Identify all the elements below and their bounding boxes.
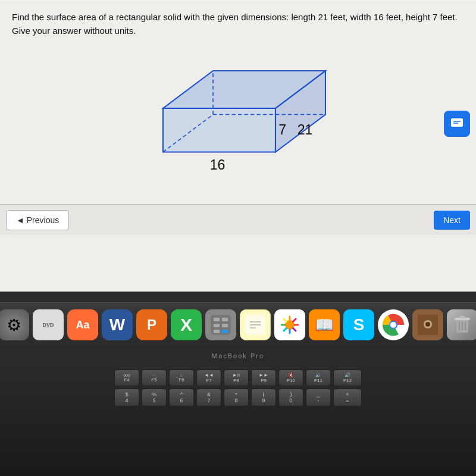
key-4[interactable]: $4: [114, 389, 139, 406]
previous-button[interactable]: ◄ Previous: [6, 210, 69, 230]
question-area: Find the surface area of a rectangular s…: [0, 0, 476, 43]
key-f11[interactable]: 🔉F11: [306, 369, 331, 386]
key-f6[interactable]: ☼F6: [169, 369, 194, 386]
chat-icon: [450, 117, 464, 131]
key-f8[interactable]: ►IIF8: [224, 369, 249, 386]
svg-rect-6: [451, 118, 463, 127]
key-6[interactable]: ^6: [169, 389, 194, 406]
length-label: 21: [298, 122, 313, 137]
height-label: 7: [278, 122, 286, 137]
svg-rect-12: [222, 318, 228, 321]
bezel-bottom: MacBook Pro: [0, 347, 476, 365]
next-button[interactable]: Next: [434, 211, 470, 230]
key-f4[interactable]: oooF4: [114, 369, 139, 386]
dock-dictionary[interactable]: Aa: [67, 309, 98, 340]
key-9[interactable]: (9: [251, 389, 276, 406]
chat-button[interactable]: [444, 111, 470, 137]
keyboard-area: oooF4 ···F5 ☼F6 ◄◄F7 ►IIF8 ►►F9 🔇F10 🔉F1…: [0, 365, 476, 476]
bezel-top: [0, 292, 476, 302]
svg-rect-34: [459, 316, 465, 318]
question-text: Find the surface area of a rectangular s…: [12, 11, 464, 37]
svg-point-25: [390, 322, 396, 328]
dock-word[interactable]: W: [102, 309, 133, 340]
dock-trash[interactable]: [447, 309, 476, 340]
svg-point-28: [425, 322, 430, 327]
rectangular-solid-diagram: 7 21 16: [113, 49, 363, 192]
screen: Find the surface area of a rectangular s…: [0, 0, 476, 292]
bottom-nav-bar: ◄ Previous Next: [0, 204, 476, 235]
dock-notes[interactable]: [240, 309, 271, 340]
key-equals[interactable]: +=: [333, 389, 362, 406]
diagram-container: 7 21 16: [0, 43, 476, 204]
width-label: 16: [210, 157, 226, 173]
svg-rect-11: [214, 318, 220, 321]
key-minus[interactable]: _-: [306, 389, 331, 406]
dock-calculator[interactable]: [205, 309, 236, 340]
key-5[interactable]: %5: [142, 389, 167, 406]
dock-dvd-player[interactable]: DVD: [33, 309, 64, 340]
key-7[interactable]: &7: [196, 389, 221, 406]
dock-photo-booth[interactable]: [412, 309, 443, 340]
key-0[interactable]: )0: [278, 389, 303, 406]
key-8[interactable]: *8: [224, 389, 249, 406]
key-f9[interactable]: ►►F9: [251, 369, 276, 386]
svg-rect-14: [222, 324, 228, 327]
dock-s-app[interactable]: S: [343, 309, 374, 340]
svg-rect-16: [222, 330, 228, 333]
key-f5[interactable]: ···F5: [142, 369, 167, 386]
svg-rect-15: [214, 330, 220, 333]
dock-photos[interactable]: [274, 309, 305, 340]
key-f10[interactable]: 🔇F10: [278, 369, 303, 386]
dock: ⚙ DVD Aa W P X 📖 S: [0, 302, 476, 347]
dock-books[interactable]: 📖: [309, 309, 340, 340]
dock-system-preferences[interactable]: ⚙: [0, 309, 29, 340]
dock-chrome[interactable]: [378, 309, 409, 340]
macbook-label: MacBook Pro: [212, 352, 264, 359]
svg-rect-13: [214, 324, 220, 327]
key-f7[interactable]: ◄◄F7: [196, 369, 221, 386]
dock-pages[interactable]: P: [136, 309, 167, 340]
dock-cross-app[interactable]: X: [171, 309, 202, 340]
key-f12[interactable]: 🔊F12: [333, 369, 362, 386]
keyboard-fn-row: oooF4 ···F5 ☼F6 ◄◄F7 ►IIF8 ►►F9 🔇F10 🔉F1…: [12, 369, 464, 386]
keyboard-num-row: $4 %5 ^6 &7 *8 (9 )0 _- +=: [12, 389, 464, 406]
